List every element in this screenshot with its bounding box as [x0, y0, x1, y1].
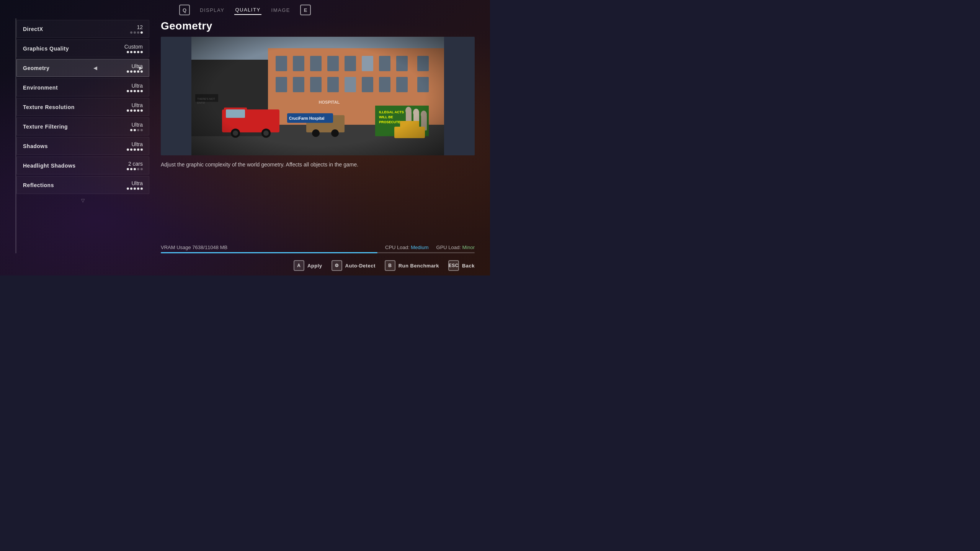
graphics-quality-value: Custom [124, 44, 143, 50]
apply-label: Apply [307, 263, 322, 269]
directx-right: 12 [130, 24, 143, 34]
dot-filled [140, 31, 143, 34]
dot-filled [130, 51, 132, 53]
auto-detect-key-icon: ⚙ [332, 260, 342, 271]
tab-image[interactable]: IMAGE [271, 6, 291, 15]
vram-stats-row: VRAM Usage 7638/11048 MB CPU Load: Mediu… [161, 245, 475, 250]
headlight-shadows-label: Headlight Shadows [23, 163, 76, 169]
dot-filled [140, 109, 143, 112]
shadows-dots [127, 148, 143, 151]
dot [137, 129, 139, 131]
directx-dots [130, 31, 143, 34]
geometry-arrow-right[interactable]: ▶ [139, 65, 143, 71]
headlight-shadows-dots [127, 168, 143, 170]
dot [130, 31, 132, 34]
headlight-shadows-right: 2 cars [127, 161, 143, 170]
main-content: Q DISPLAY QUALITY IMAGE E DirectX 12 [0, 0, 490, 276]
shadows-right: Ultra [127, 141, 143, 151]
dot-filled [134, 187, 136, 190]
reflections-right: Ultra [127, 180, 143, 190]
e-key: E [300, 5, 311, 15]
dot [137, 168, 139, 170]
auto-detect-label: Auto-Detect [345, 263, 376, 269]
vram-section: VRAM Usage 7638/11048 MB CPU Load: Mediu… [161, 245, 475, 253]
graphics-quality-label: Graphics Quality [23, 46, 69, 52]
dot-filled [137, 90, 139, 92]
cpu-load-value: Medium [411, 245, 428, 250]
back-button[interactable]: ESC Back [448, 260, 475, 271]
top-navigation: Q DISPLAY QUALITY IMAGE E [0, 0, 490, 18]
dot-filled [130, 70, 132, 73]
dot-filled [140, 90, 143, 92]
dot-filled [134, 70, 136, 73]
settings-item-headlight-shadows[interactable]: Headlight Shadows 2 cars [16, 156, 149, 174]
environment-label: Environment [23, 85, 58, 91]
run-benchmark-label: Run Benchmark [399, 263, 439, 269]
texture-filtering-dots [130, 129, 143, 131]
vram-bar-background [161, 252, 475, 253]
settings-item-texture-resolution[interactable]: Texture Resolution Ultra [16, 98, 149, 116]
dot [140, 129, 143, 131]
directx-label: DirectX [23, 26, 43, 32]
dot-filled [137, 51, 139, 53]
dot-filled [134, 168, 136, 170]
dot-filled [140, 51, 143, 53]
headlight-shadows-value: 2 cars [128, 161, 143, 167]
dot-filled [127, 51, 129, 53]
dot-filled [127, 168, 129, 170]
svg-rect-52 [191, 37, 444, 155]
dot-filled [127, 187, 129, 190]
main-area: DirectX 12 Graphics Quality Custom [0, 18, 490, 257]
back-label: Back [462, 263, 475, 269]
texture-resolution-dots [127, 109, 143, 112]
settings-item-directx[interactable]: DirectX 12 [16, 20, 149, 38]
dot-filled [127, 148, 129, 151]
panel-title: Geometry [161, 20, 475, 32]
settings-item-shadows[interactable]: Shadows Ultra [16, 137, 149, 155]
texture-filtering-right: Ultra [130, 122, 143, 131]
dot [137, 31, 139, 34]
environment-right: Ultra [127, 83, 143, 92]
bottom-action-bar: A Apply ⚙ Auto-Detect B Run Benchmark ES… [0, 257, 490, 276]
load-stats: CPU Load: Medium GPU Load: Minor [385, 245, 475, 250]
settings-item-geometry[interactable]: Geometry ◀ Ultra ▶ [16, 59, 149, 77]
shadows-label: Shadows [23, 143, 48, 149]
run-benchmark-button[interactable]: B Run Benchmark [385, 260, 439, 271]
settings-item-reflections[interactable]: Reflections Ultra [16, 176, 149, 194]
environment-dots [127, 90, 143, 92]
texture-resolution-value: Ultra [131, 102, 143, 108]
dot [140, 168, 143, 170]
settings-item-graphics-quality[interactable]: Graphics Quality Custom [16, 39, 149, 57]
dot-filled [127, 70, 129, 73]
dot [134, 31, 136, 34]
dot-filled [134, 51, 136, 53]
dot-filled [130, 129, 132, 131]
auto-detect-button[interactable]: ⚙ Auto-Detect [332, 260, 376, 271]
apply-button[interactable]: A Apply [294, 260, 322, 271]
q-key: Q [179, 5, 190, 15]
dot-filled [137, 148, 139, 151]
geometry-arrow-left[interactable]: ◀ [93, 65, 97, 71]
vram-label: VRAM Usage 7638/11048 MB [161, 245, 227, 250]
apply-key-icon: A [294, 260, 304, 271]
dot-filled [130, 148, 132, 151]
dot-filled [130, 168, 132, 170]
gpu-load-value: Minor [462, 245, 475, 250]
tab-quality[interactable]: QUALITY [234, 5, 261, 15]
dot-filled [127, 90, 129, 92]
right-panel: Geometry [161, 18, 475, 253]
vram-bar-fill [161, 252, 377, 253]
environment-value: Ultra [131, 83, 143, 89]
preview-image: THERE'S NOT ENTS! ILLEGAL ACTS WILL BE P… [161, 37, 475, 155]
panel-description: Adjust the graphic complexity of the wor… [161, 161, 475, 169]
texture-resolution-right: Ultra [127, 102, 143, 112]
geometry-label: Geometry [23, 65, 49, 71]
tab-display[interactable]: DISPLAY [199, 6, 225, 15]
dot-filled [130, 187, 132, 190]
dot-filled [134, 109, 136, 112]
reflections-value: Ultra [131, 180, 143, 186]
settings-item-environment[interactable]: Environment Ultra [16, 78, 149, 96]
back-key-icon: ESC [448, 260, 459, 271]
settings-item-texture-filtering[interactable]: Texture Filtering Ultra [16, 117, 149, 135]
reflections-dots [127, 187, 143, 190]
